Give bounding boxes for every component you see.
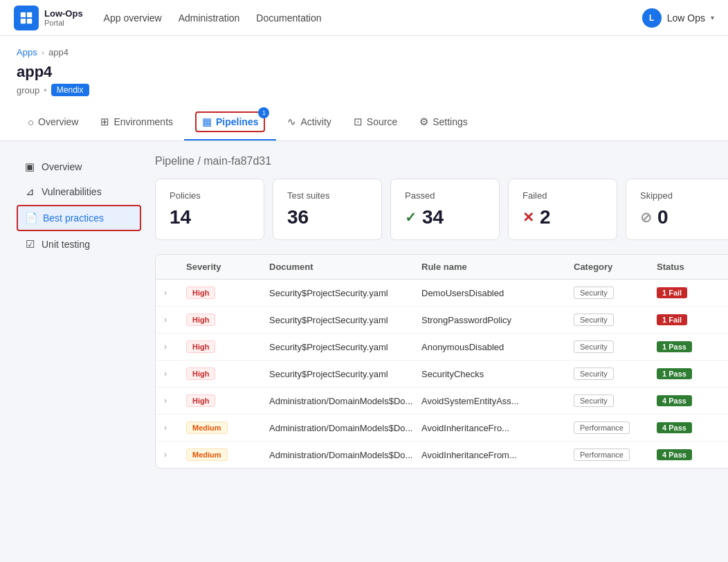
app-meta: group • Mendix [17, 84, 711, 96]
stats-row: Policies 14 Test suites 36 Passed ✓ 34 F [155, 179, 728, 240]
document-cell: Security$ProjectSecurity.yaml [269, 315, 421, 325]
table-row[interactable]: › High Security$ProjectSecurity.yaml Str… [156, 307, 728, 334]
severity-cell: Medium [186, 422, 269, 434]
expand-button[interactable]: › [164, 288, 186, 298]
category-badge: Performance [574, 448, 630, 461]
category-badge: Security [574, 314, 614, 326]
expand-button[interactable]: › [164, 423, 186, 433]
breadcrumb-separator: › [42, 47, 44, 57]
vulnerabilities-icon: ⊿ [24, 185, 36, 198]
rule-name-cell: AnonymousDisabled [421, 342, 574, 352]
table-row[interactable]: › Medium Administration/DomainModels$Do.… [156, 442, 728, 468]
document-col-header: Document [269, 262, 421, 272]
category-cell: Performance [574, 448, 657, 461]
table-row[interactable]: › High Security$ProjectSecurity.yaml Sec… [156, 361, 728, 388]
status-badge: 1 Fail [657, 287, 687, 298]
test-suites-value: 36 [287, 206, 367, 228]
status-cell: 4 Pass [657, 395, 726, 406]
svg-rect-0 [21, 12, 26, 17]
rule-name-cell: DemoUsersDisabled [421, 288, 574, 298]
check-circle-icon: ✓ [405, 209, 417, 226]
chevron-down-icon: ▾ [711, 14, 714, 21]
severity-badge: High [186, 341, 215, 353]
severity-cell: Medium [186, 448, 269, 461]
stat-passed: Passed ✓ 34 [390, 179, 500, 240]
category-badge: Security [574, 287, 614, 299]
sidebar-item-unit-testing[interactable]: ☑ Unit testing [17, 233, 141, 256]
stat-failed: Failed ✕ 2 [508, 179, 617, 240]
expand-col-header [164, 262, 186, 272]
content-area: ▣ Overview ⊿ Vulnerabilities 📄 Best prac… [0, 141, 728, 482]
category-cell: Performance [574, 422, 657, 434]
nav-administration[interactable]: Administration [179, 12, 240, 24]
nav-links: App overview Administration Documentatio… [104, 12, 642, 24]
logo-icon [14, 6, 39, 30]
svg-rect-2 [21, 18, 26, 23]
group-label: group [17, 85, 39, 96]
severity-col-header: Severity [186, 262, 269, 272]
top-navigation: Low-Ops Portal App overview Administrati… [0, 0, 728, 36]
breadcrumb-apps[interactable]: Apps [17, 47, 37, 57]
svg-rect-3 [27, 18, 32, 23]
table-body: › High Security$ProjectSecurity.yaml Dem… [156, 280, 728, 468]
status-badge: 1 Fail [657, 314, 687, 325]
page-title: app4 [17, 63, 711, 81]
main-panel: Pipeline / main-fa87d31 Policies 14 Test… [155, 155, 728, 469]
severity-cell: High [186, 341, 269, 353]
tab-overview[interactable]: ○ Overview [17, 105, 89, 140]
nav-documentation[interactable]: Documentation [256, 12, 321, 24]
tab-environments[interactable]: ⊞ Environments [89, 105, 184, 140]
expand-button[interactable]: › [164, 342, 186, 352]
status-badge: 1 Pass [657, 341, 692, 352]
table-row[interactable]: › Medium Administration/DomainModels$Do.… [156, 415, 728, 442]
status-cell: 1 Fail [657, 287, 726, 298]
category-badge: Security [574, 395, 614, 407]
category-badge: Performance [574, 422, 630, 434]
source-icon: ⊡ [354, 116, 363, 128]
environments-icon: ⊞ [100, 116, 109, 128]
severity-badge: High [186, 314, 215, 326]
user-name: Low Ops [667, 12, 705, 24]
breadcrumb-current: app4 [48, 47, 69, 57]
expand-button[interactable]: › [164, 315, 186, 325]
group-badge: Mendix [51, 84, 89, 96]
sidebar: ▣ Overview ⊿ Vulnerabilities 📄 Best prac… [17, 155, 141, 469]
document-cell: Security$ProjectSecurity.yaml [269, 288, 421, 298]
logo[interactable]: Low-Ops Portal [14, 6, 83, 30]
expand-button[interactable]: › [164, 369, 186, 379]
table-row[interactable]: › High Security$ProjectSecurity.yaml Ano… [156, 334, 728, 361]
pipelines-badge: 1 [258, 107, 269, 118]
status-badge: 4 Pass [657, 449, 692, 460]
document-cell: Administration/DomainModels$Do... [269, 423, 421, 433]
tab-pipelines[interactable]: ▦ Pipelines 1 [184, 105, 276, 140]
sidebar-item-overview[interactable]: ▣ Overview [17, 155, 141, 179]
rule-name-cell: AvoidSystemEntityAss... [421, 396, 574, 406]
pipelines-icon: ▦ [202, 116, 212, 128]
category-badge: Security [574, 368, 614, 380]
tab-settings[interactable]: ⚙ Settings [408, 105, 479, 140]
stat-skipped: Skipped ⊘ 0 [626, 179, 728, 240]
sidebar-item-vulnerabilities[interactable]: ⊿ Vulnerabilities [17, 180, 141, 203]
status-cell: 4 Pass [657, 422, 726, 433]
severity-badge: Medium [186, 448, 228, 461]
sidebar-item-best-practices[interactable]: 📄 Best practices [17, 205, 141, 231]
category-col-header: Category [574, 262, 657, 272]
severity-badge: High [186, 395, 215, 407]
rule-name-cell: AvoidInheritanceFrom... [421, 450, 574, 460]
table-row[interactable]: › High Administration/DomainModels$Do...… [156, 388, 728, 415]
status-badge: 4 Pass [657, 395, 692, 406]
expand-button[interactable]: › [164, 396, 186, 406]
status-col-header: Status [657, 262, 726, 272]
activity-icon: ∿ [287, 116, 296, 128]
nav-app-overview[interactable]: App overview [104, 12, 162, 24]
tab-source[interactable]: ⊡ Source [343, 105, 408, 140]
tab-activity[interactable]: ∿ Activity [276, 105, 342, 140]
tab-navigation: ○ Overview ⊞ Environments ▦ Pipelines 1 … [17, 105, 711, 140]
category-cell: Security [574, 287, 657, 299]
document-cell: Administration/DomainModels$Do... [269, 450, 421, 460]
status-badge: 4 Pass [657, 422, 692, 433]
table-row[interactable]: › High Security$ProjectSecurity.yaml Dem… [156, 280, 728, 307]
user-menu[interactable]: L Low Ops ▾ [642, 8, 714, 28]
expand-button[interactable]: › [164, 450, 186, 460]
document-cell: Security$ProjectSecurity.yaml [269, 369, 421, 379]
